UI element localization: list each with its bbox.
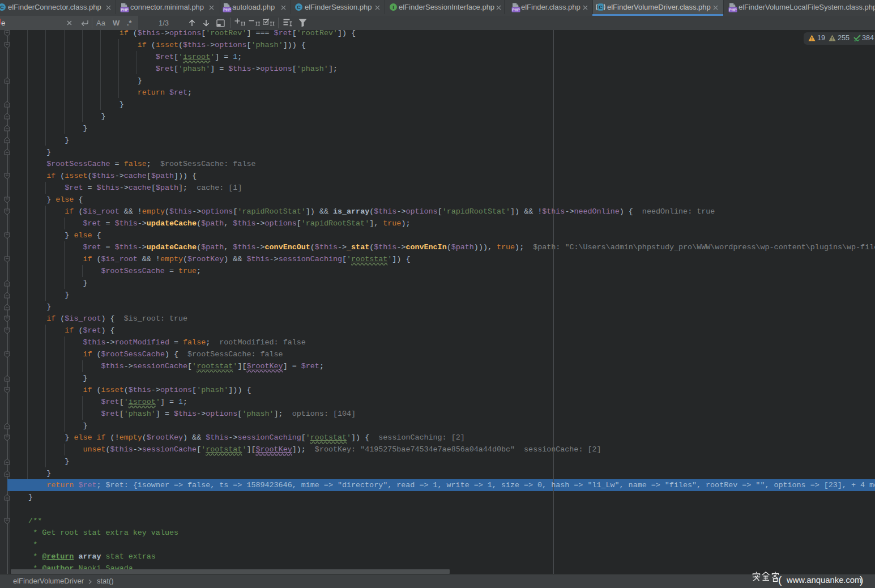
svg-text:PHP: PHP [121, 8, 129, 12]
svg-text:I: I [392, 5, 394, 10]
svg-text:PHP: PHP [512, 8, 520, 12]
svg-text:C: C [599, 5, 603, 10]
svg-text:PHP: PHP [223, 8, 231, 12]
svg-text:C: C [0, 5, 4, 10]
svg-text:PHP: PHP [729, 8, 737, 12]
svg-text:C: C [297, 5, 301, 10]
